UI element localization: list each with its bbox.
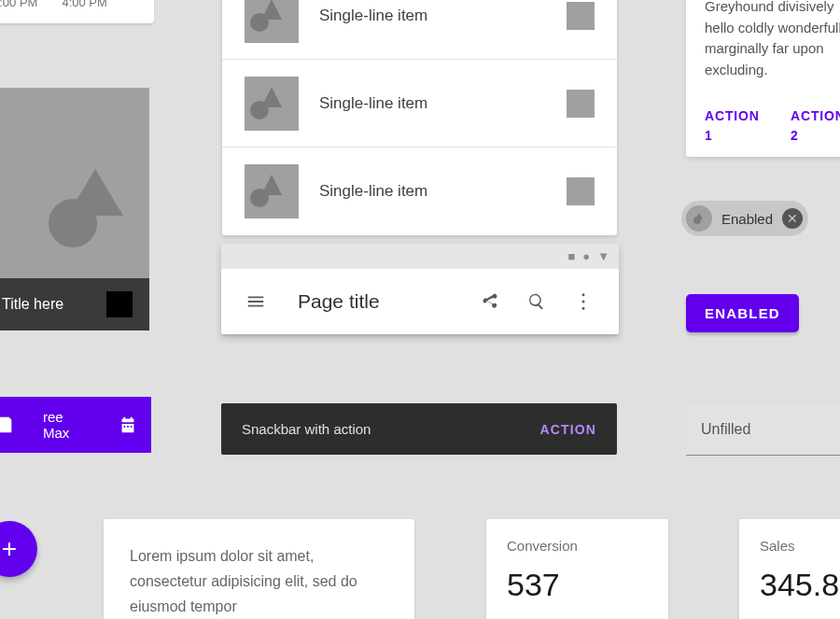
stat-label: Conversion — [507, 538, 648, 554]
thumbnail-icon — [245, 164, 299, 218]
window-triangle-icon[interactable]: ▼ — [597, 249, 609, 263]
fab-add-button[interactable]: + — [0, 521, 37, 577]
button-label: ENABLED — [705, 305, 780, 321]
list-trailing-box — [567, 90, 595, 118]
bottom-nav-bar: ree Max — [0, 397, 151, 453]
enabled-button[interactable]: ENABLED — [686, 294, 799, 332]
more-vert-icon[interactable] — [567, 285, 600, 318]
stat-card-sales: Sales 345.8 — [739, 519, 840, 619]
appbar-card: ■ ● ▼ Page title — [221, 244, 619, 334]
list-trailing-box — [567, 177, 595, 205]
dialog-action-1-button[interactable]: ACTION 1 — [705, 106, 768, 146]
text-card-body: Lorem ipsum dolor sit amet, consectetur … — [130, 548, 357, 614]
chip[interactable]: Enabled ✕ — [681, 201, 808, 236]
bottom-nav-label: ree Max — [43, 409, 90, 441]
text-card: Lorem ipsum dolor sit amet, consectetur … — [104, 519, 414, 619]
stat-card-conversion: Conversion 537 — [486, 519, 668, 619]
image-tile[interactable]: Title here — [0, 88, 149, 331]
document-icon[interactable] — [0, 415, 15, 435]
list-item-label: Single-line item — [319, 94, 567, 113]
time-label-2: 4:00 PM — [62, 0, 106, 9]
image-tile-title: Title here — [2, 296, 63, 313]
window-square-icon[interactable]: ■ — [567, 249, 575, 263]
list-item[interactable]: Single-line item — [222, 60, 617, 148]
list-item-label: Single-line item — [319, 7, 567, 25]
dialog-action-2-button[interactable]: ACTION 2 — [791, 106, 840, 146]
list-item[interactable]: Single-line item — [222, 0, 617, 60]
calendar-icon[interactable] — [118, 415, 138, 435]
plus-icon: + — [2, 534, 17, 564]
chip-avatar-icon — [686, 205, 712, 232]
page-title: Page title — [298, 290, 473, 313]
dialog-body-text: Greyhound divisively hello coldly wonder… — [705, 0, 840, 80]
share-icon[interactable] — [473, 285, 507, 318]
time-card: 2:00 PM 4:00 PM — [0, 0, 154, 23]
thumbnail-icon — [245, 77, 299, 131]
image-tile-action-box[interactable] — [106, 291, 133, 317]
menu-icon[interactable] — [238, 284, 273, 319]
list-item[interactable]: Single-line item — [222, 148, 617, 235]
stat-value: 537 — [507, 567, 648, 603]
dialog-card: Greyhound divisively hello coldly wonder… — [686, 0, 840, 157]
list-item-label: Single-line item — [319, 182, 567, 201]
time-label-1: 2:00 PM — [0, 0, 37, 9]
chip-label: Enabled — [721, 211, 773, 227]
snackbar: Snackbar with action ACTION — [221, 403, 617, 455]
list-trailing-box — [567, 2, 595, 30]
window-controls: ■ ● ▼ — [221, 244, 619, 269]
stat-value: 345.8 — [760, 567, 840, 603]
image-tile-bar: Title here — [0, 278, 149, 331]
search-icon[interactable] — [520, 285, 553, 318]
chip-close-icon[interactable]: ✕ — [782, 208, 803, 229]
stat-label: Sales — [760, 538, 840, 554]
list-card: Single-line item Single-line item Single… — [222, 0, 617, 235]
thumbnail-icon — [245, 0, 299, 43]
textfield-label: Unfilled — [701, 421, 750, 438]
snackbar-action-button[interactable]: ACTION — [540, 422, 596, 437]
textfield-unfilled[interactable]: Unfilled — [686, 403, 840, 456]
appbar: Page title — [221, 269, 619, 334]
window-circle-icon[interactable]: ● — [582, 249, 590, 263]
snackbar-text: Snackbar with action — [242, 421, 371, 437]
